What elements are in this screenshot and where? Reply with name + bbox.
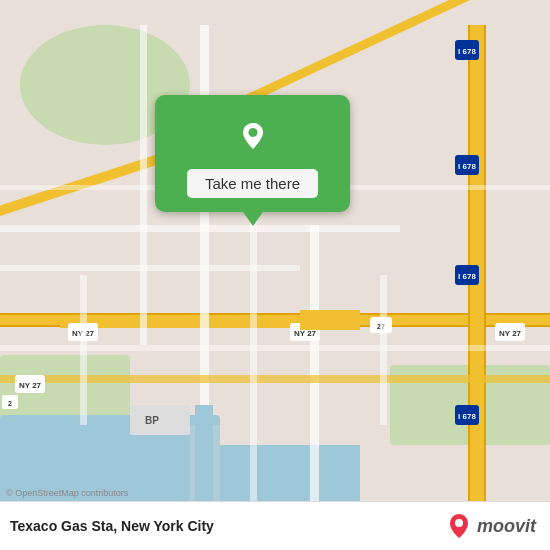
svg-text:I 678: I 678 [458,162,476,171]
svg-rect-47 [380,275,387,425]
svg-text:NY 27: NY 27 [294,329,317,338]
svg-rect-15 [484,25,486,525]
location-name: Texaco Gas Sta, New York City [10,518,214,534]
svg-text:NY 27: NY 27 [499,329,522,338]
svg-rect-20 [0,225,400,232]
svg-text:I 678: I 678 [458,47,476,56]
svg-text:2: 2 [8,400,12,407]
svg-point-52 [248,128,257,137]
svg-text:I 678: I 678 [458,412,476,421]
svg-text:I 678: I 678 [458,272,476,281]
map-background: NY 27 NY 27 27 NY 27 I 678 I 678 I 678 I… [0,0,550,550]
moovit-text: moovit [477,516,536,537]
svg-text:NY 27: NY 27 [19,381,42,390]
location-info: Texaco Gas Sta, New York City [10,518,214,534]
location-marker-popup[interactable]: Take me there [155,95,350,212]
take-me-there-button[interactable]: Take me there [187,169,318,198]
svg-rect-7 [130,405,190,435]
svg-point-53 [455,519,463,527]
map-container: NY 27 NY 27 27 NY 27 I 678 I 678 I 678 I… [0,0,550,550]
bottom-bar: Texaco Gas Sta, New York City moovit [0,501,550,550]
svg-rect-44 [300,310,360,330]
svg-rect-46 [80,275,87,425]
svg-text:BP: BP [145,415,159,426]
osm-credit: © OpenStreetMap contributors [6,488,128,498]
moovit-logo[interactable]: moovit [445,512,536,540]
pin-icon [230,113,276,159]
moovit-pin-icon [445,512,473,540]
svg-rect-48 [250,175,257,550]
